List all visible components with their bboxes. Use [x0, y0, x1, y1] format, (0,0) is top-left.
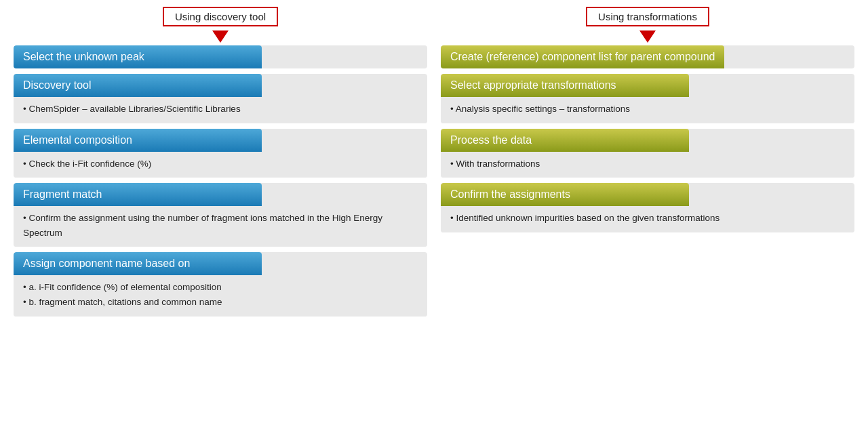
- arrow-down-icon: [14, 30, 427, 43]
- step-body-item: Check the i-Fit confidence (%): [23, 157, 418, 171]
- step-body-discovery-tool: ChemSpider – available Libraries/Scienti…: [14, 97, 427, 123]
- right-column: Using transformations Create (reference)…: [441, 7, 854, 441]
- step-header-row-discovery-tool: Discovery tool: [14, 74, 427, 97]
- step-body-item: a. i-Fit confidence (%) of elemental com…: [23, 280, 418, 295]
- left-column: Using discovery tool Select the unknown …: [14, 7, 427, 441]
- step-body-item: Confirm the assignment using the number …: [23, 211, 418, 240]
- step-block-create-reference: Create (reference) component list for pa…: [441, 45, 854, 68]
- tool-label: Using transformations: [586, 7, 709, 26]
- step-body-fragment-match: Confirm the assignment using the number …: [14, 206, 427, 247]
- step-body-assign-component: a. i-Fit confidence (%) of elemental com…: [14, 275, 427, 316]
- step-header-discovery-tool: Discovery tool: [14, 74, 262, 97]
- step-body-item: ChemSpider – available Libraries/Scienti…: [23, 102, 418, 117]
- main-container: Using discovery tool Select the unknown …: [14, 7, 854, 441]
- step-block-process-data: Process the dataWith transformations: [441, 129, 854, 178]
- step-header-row-fragment-match: Fragment match: [14, 183, 427, 206]
- step-body-item: With transformations: [450, 157, 845, 171]
- tool-label: Using discovery tool: [163, 7, 278, 26]
- step-block-confirm-assignments: Confirm the assignmentsIdentified unknow…: [441, 183, 854, 232]
- step-body-select-transformations: Analysis specific settings – transformat…: [441, 97, 854, 123]
- tool-label-wrapper: Using transformations: [441, 7, 854, 26]
- step-header-create-reference: Create (reference) component list for pa…: [441, 45, 724, 68]
- svg-marker-0: [212, 30, 229, 43]
- step-header-confirm-assignments: Confirm the assignments: [441, 183, 689, 206]
- step-block-assign-component: Assign component name based ona. i-Fit c…: [14, 252, 427, 316]
- step-body-process-data: With transformations: [441, 152, 854, 178]
- step-header-row-process-data: Process the data: [441, 129, 854, 152]
- step-header-row-elemental-composition: Elemental composition: [14, 129, 427, 152]
- step-header-process-data: Process the data: [441, 129, 689, 152]
- tool-label-wrapper: Using discovery tool: [14, 7, 427, 26]
- step-header-elemental-composition: Elemental composition: [14, 129, 262, 152]
- step-block-elemental-composition: Elemental compositionCheck the i-Fit con…: [14, 129, 427, 178]
- svg-marker-1: [639, 30, 656, 43]
- step-header-row-select-peak: Select the unknown peak: [14, 45, 427, 68]
- step-body-item: Identified unknown impurities based on t…: [450, 211, 845, 226]
- step-body-item: b. fragment match, citations and common …: [23, 295, 418, 310]
- step-header-select-peak: Select the unknown peak: [14, 45, 262, 68]
- step-body-elemental-composition: Check the i-Fit confidence (%): [14, 152, 427, 178]
- step-body-confirm-assignments: Identified unknown impurities based on t…: [441, 206, 854, 232]
- step-header-row-assign-component: Assign component name based on: [14, 252, 427, 275]
- step-header-row-create-reference: Create (reference) component list for pa…: [441, 45, 854, 68]
- step-block-discovery-tool: Discovery toolChemSpider – available Lib…: [14, 74, 427, 123]
- step-header-assign-component: Assign component name based on: [14, 252, 262, 275]
- step-block-select-peak: Select the unknown peak: [14, 45, 427, 68]
- step-block-fragment-match: Fragment matchConfirm the assignment usi…: [14, 183, 427, 247]
- step-header-row-select-transformations: Select appropriate transformations: [441, 74, 854, 97]
- step-body-item: Analysis specific settings – transformat…: [450, 102, 845, 117]
- step-header-fragment-match: Fragment match: [14, 183, 262, 206]
- step-header-select-transformations: Select appropriate transformations: [441, 74, 689, 97]
- step-header-row-confirm-assignments: Confirm the assignments: [441, 183, 854, 206]
- arrow-down-icon: [441, 30, 854, 43]
- step-block-select-transformations: Select appropriate transformationsAnalys…: [441, 74, 854, 123]
